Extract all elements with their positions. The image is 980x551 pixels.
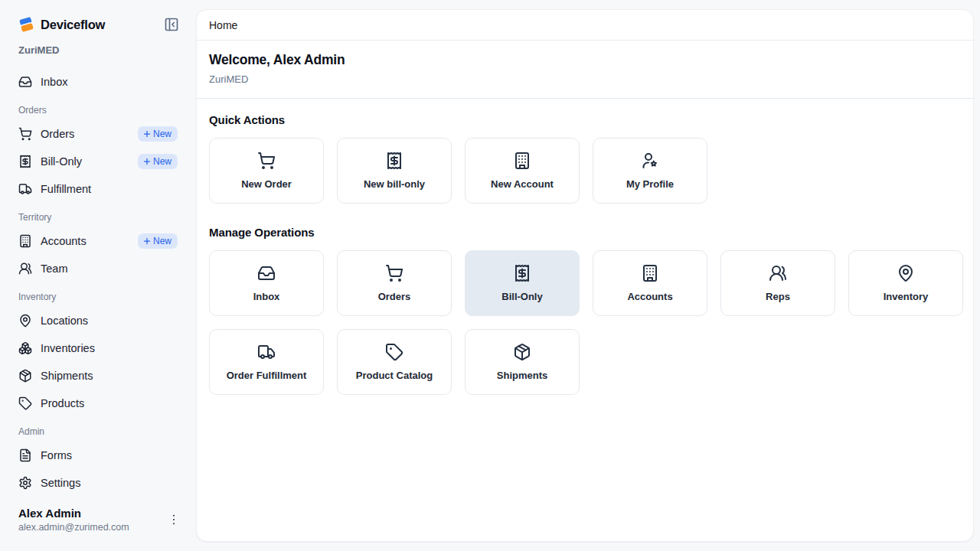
user-email: alex.admin@zurimed.com bbox=[18, 522, 162, 533]
new-bill-only-badge[interactable]: New bbox=[138, 154, 178, 169]
nav-section-admin: Admin bbox=[18, 426, 178, 437]
sidebar-item-label: Shipments bbox=[41, 370, 178, 382]
inbox-card[interactable]: Inbox bbox=[209, 250, 324, 316]
sidebar-item-label: Bill-Only bbox=[41, 155, 129, 168]
card-label: Orders bbox=[378, 291, 411, 302]
product-catalog-card[interactable]: Product Catalog bbox=[337, 329, 452, 395]
order-fulfillment-card[interactable]: Order Fulfillment bbox=[209, 329, 324, 395]
sidebar-item-bill-only[interactable]: Bill-Only New bbox=[9, 148, 187, 175]
card-label: New Account bbox=[491, 178, 554, 190]
map-pin-icon bbox=[18, 314, 32, 328]
shopping-cart-icon bbox=[18, 127, 32, 141]
inventory-card[interactable]: Inventory bbox=[848, 250, 963, 316]
user-menu-button[interactable] bbox=[162, 508, 185, 531]
shopping-cart-icon bbox=[257, 152, 276, 170]
receipt-icon bbox=[385, 152, 403, 170]
content-area: Quick Actions New Order New bill-only Ne… bbox=[197, 99, 973, 541]
boxes-icon bbox=[18, 341, 32, 355]
orders-card[interactable]: Orders bbox=[337, 250, 452, 316]
sidebar-item-team[interactable]: Team bbox=[9, 255, 187, 282]
receipt-icon bbox=[18, 155, 32, 168]
bill-only-card[interactable]: Bill-Only bbox=[465, 250, 580, 316]
package-icon bbox=[18, 369, 32, 383]
shopping-cart-icon bbox=[385, 264, 403, 282]
new-account-badge[interactable]: New bbox=[138, 233, 178, 249]
quick-actions-section: Quick Actions New Order New bill-only Ne… bbox=[209, 113, 961, 204]
user-info: Alex Admin alex.admin@zurimed.com bbox=[18, 507, 162, 533]
manage-operations-section: Manage Operations Inbox Orders Bill-Only bbox=[209, 226, 961, 395]
sidebar-item-inbox[interactable]: Inbox bbox=[9, 68, 187, 96]
tag-icon bbox=[385, 343, 403, 361]
sidebar-item-shipments[interactable]: Shipments bbox=[9, 362, 187, 390]
sidebar-item-label: Team bbox=[41, 262, 178, 275]
sidebar-item-fulfillment[interactable]: Fulfillment bbox=[9, 175, 187, 203]
quick-actions-grid: New Order New bill-only New Account My P… bbox=[209, 138, 961, 204]
deviceflow-logo-icon bbox=[18, 17, 34, 32]
building-icon bbox=[513, 152, 531, 170]
manage-operations-heading: Manage Operations bbox=[209, 226, 961, 239]
sidebar-item-label: Fulfillment bbox=[41, 183, 178, 195]
collapse-sidebar-button[interactable] bbox=[164, 17, 179, 32]
plus-icon bbox=[142, 129, 152, 139]
card-label: Reps bbox=[766, 291, 790, 302]
card-label: New Order bbox=[241, 178, 292, 190]
my-profile-card[interactable]: My Profile bbox=[593, 138, 707, 204]
package-icon bbox=[513, 343, 531, 361]
accounts-card[interactable]: Accounts bbox=[593, 250, 707, 316]
app-title: Deviceflow bbox=[41, 18, 157, 32]
inbox-icon bbox=[18, 75, 32, 89]
org-name: ZuriMED bbox=[0, 32, 196, 56]
nav-section-orders: Orders bbox=[18, 105, 178, 116]
sidebar-item-label: Products bbox=[41, 397, 178, 409]
receipt-icon bbox=[513, 264, 531, 282]
card-label: Accounts bbox=[627, 291, 672, 302]
sidebar-nav: Inbox Orders Orders New Bill-Only New Fu… bbox=[0, 56, 196, 496]
sidebar-item-label: Inbox bbox=[41, 76, 178, 88]
shipments-card[interactable]: Shipments bbox=[465, 329, 580, 395]
ellipsis-vertical-icon bbox=[167, 513, 181, 527]
new-bill-only-card[interactable]: New bill-only bbox=[337, 138, 452, 204]
users-icon bbox=[18, 262, 32, 276]
map-pin-icon bbox=[897, 264, 915, 282]
sidebar-item-forms[interactable]: Forms bbox=[9, 442, 187, 469]
sidebar-item-locations[interactable]: Locations bbox=[9, 307, 187, 334]
gear-icon bbox=[18, 476, 32, 490]
manage-operations-grid: Inbox Orders Bill-Only Accounts bbox=[209, 250, 961, 395]
user-name: Alex Admin bbox=[18, 507, 162, 520]
sidebar: Deviceflow ZuriMED Inbox Orders Orders N… bbox=[0, 0, 196, 551]
new-order-badge[interactable]: New bbox=[138, 126, 178, 142]
sidebar-item-orders[interactable]: Orders New bbox=[9, 120, 187, 148]
building-icon bbox=[641, 264, 659, 282]
quick-actions-heading: Quick Actions bbox=[209, 113, 961, 126]
inbox-icon bbox=[257, 264, 276, 282]
truck-icon bbox=[257, 343, 276, 361]
sidebar-item-label: Inventories bbox=[41, 342, 178, 354]
sidebar-item-label: Accounts bbox=[41, 235, 129, 247]
sidebar-item-settings[interactable]: Settings bbox=[9, 469, 187, 496]
plus-icon bbox=[142, 157, 152, 166]
truck-icon bbox=[18, 182, 32, 196]
card-label: My Profile bbox=[626, 178, 674, 190]
sidebar-item-label: Locations bbox=[41, 315, 178, 327]
nav-section-inventory: Inventory bbox=[18, 292, 178, 302]
new-order-card[interactable]: New Order bbox=[209, 138, 324, 204]
tag-icon bbox=[18, 396, 32, 410]
app-root: Deviceflow ZuriMED Inbox Orders Orders N… bbox=[0, 0, 980, 551]
sidebar-header: Deviceflow bbox=[0, 0, 196, 32]
sidebar-user-section: Alex Admin alex.admin@zurimed.com bbox=[0, 496, 196, 551]
main-content: Home Welcome, Alex Admin ZuriMED Quick A… bbox=[196, 9, 974, 542]
topbar: Home bbox=[197, 10, 973, 41]
card-label: Order Fulfillment bbox=[227, 370, 307, 381]
breadcrumb[interactable]: Home bbox=[209, 19, 237, 31]
new-account-card[interactable]: New Account bbox=[465, 138, 580, 204]
plus-icon bbox=[142, 236, 152, 246]
card-label: Shipments bbox=[497, 370, 547, 381]
sidebar-item-accounts[interactable]: Accounts New bbox=[9, 227, 187, 255]
users-icon bbox=[769, 264, 787, 282]
card-label: Inbox bbox=[253, 291, 280, 302]
reps-card[interactable]: Reps bbox=[720, 250, 835, 316]
card-label: Product Catalog bbox=[356, 370, 433, 381]
sidebar-item-inventories[interactable]: Inventories bbox=[9, 334, 187, 362]
card-label: Bill-Only bbox=[501, 291, 542, 302]
sidebar-item-products[interactable]: Products bbox=[9, 390, 187, 417]
